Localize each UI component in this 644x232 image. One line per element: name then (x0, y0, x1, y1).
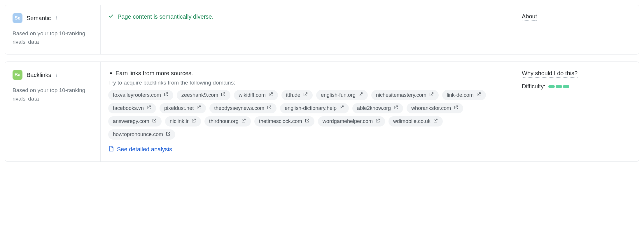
semantic-status-text: Page content is semantically diverse. (118, 13, 214, 20)
domain-chip-label: facebooks.vn (113, 105, 144, 111)
external-link-icon (241, 118, 246, 125)
domain-chip[interactable]: itth.de (281, 90, 313, 100)
difficulty-row: Difficulty: (522, 83, 630, 90)
domain-chip[interactable]: wordgamehelper.com (318, 116, 385, 126)
domain-chip-label: howtopronounce.com (113, 131, 163, 138)
difficulty-bar (563, 85, 569, 88)
domain-chip-label: link-de.com (447, 92, 474, 98)
domain-chip-label: wikidiff.com (239, 92, 266, 98)
domain-chip-label: english-dictionary.help (285, 105, 337, 111)
domain-chips: foxvalleyroofers.comzeeshank9.comwikidif… (108, 90, 505, 140)
domain-chip[interactable]: english-fun.org (316, 90, 368, 100)
domain-chip[interactable]: link-de.com (442, 90, 486, 100)
backlinks-title: Backlinks (27, 72, 51, 78)
semantic-badge: Se (13, 13, 22, 23)
external-link-icon (393, 105, 398, 112)
domain-chip[interactable]: wdimobile.co.uk (388, 116, 443, 126)
domain-chip[interactable]: wikidiff.com (234, 90, 278, 100)
domain-chip[interactable]: english-dictionary.help (280, 103, 349, 113)
difficulty-bar (556, 85, 562, 88)
external-link-icon (152, 118, 157, 125)
domain-chip-label: foxvalleyroofers.com (113, 92, 161, 98)
backlinks-card: Ba Backlinks i Based on your top 10-rank… (5, 61, 639, 162)
backlinks-bullet-row: Earn links from more sources. (108, 70, 505, 77)
domain-chip[interactable]: whoranksfor.com (407, 103, 463, 113)
semantic-card: Se Semantic i Based on your top 10-ranki… (5, 5, 639, 55)
backlinks-header: Ba Backlinks i (13, 70, 93, 80)
semantic-subtext: Based on your top 10-ranking rivals' dat… (13, 29, 93, 46)
external-link-icon (163, 92, 169, 99)
domain-chip-label: zeeshank9.com (181, 92, 218, 98)
about-link[interactable]: About (522, 13, 537, 21)
domain-chip[interactable]: zeeshank9.com (177, 90, 230, 100)
external-link-icon (196, 105, 201, 112)
semantic-right-col: About (513, 5, 639, 54)
domain-chip-label: wdimobile.co.uk (393, 118, 430, 124)
detailed-analysis-link[interactable]: See detailed analysis (108, 145, 505, 153)
external-link-icon (220, 92, 226, 99)
domain-chip[interactable]: able2know.org (352, 103, 403, 113)
external-link-icon (375, 118, 380, 125)
external-link-icon (304, 118, 310, 125)
domain-chip[interactable]: answeregy.com (108, 116, 162, 126)
semantic-status-row: Page content is semantically diverse. (108, 13, 505, 20)
backlinks-try-text: Try to acquire backlinks from the follow… (108, 80, 505, 86)
document-icon (108, 145, 114, 153)
domain-chip[interactable]: theodysseynews.com (209, 103, 276, 113)
semantic-left-col: Se Semantic i Based on your top 10-ranki… (5, 5, 101, 54)
domain-chip-label: itth.de (286, 92, 300, 98)
external-link-icon (303, 92, 308, 99)
domain-chip[interactable]: nichesitemastery.com (371, 90, 439, 100)
info-icon[interactable]: i (55, 15, 57, 21)
domain-chip-label: theodysseynews.com (214, 105, 264, 111)
external-link-icon (267, 105, 272, 112)
semantic-mid-col: Page content is semantically diverse. (101, 5, 513, 54)
difficulty-bar (548, 85, 555, 88)
external-link-icon (429, 92, 434, 99)
external-link-icon (433, 118, 438, 125)
external-link-icon (453, 105, 459, 112)
bullet-icon (110, 72, 112, 74)
domain-chip[interactable]: niclink.ir (165, 116, 201, 126)
domain-chip-label: english-fun.org (321, 92, 356, 98)
domain-chip[interactable]: facebooks.vn (108, 103, 156, 113)
external-link-icon (165, 131, 171, 138)
backlinks-badge: Ba (13, 70, 22, 80)
why-link[interactable]: Why should I do this? (522, 70, 578, 78)
difficulty-meter (548, 85, 569, 88)
semantic-title: Semantic (27, 15, 51, 22)
backlinks-bullet-text: Earn links from more sources. (116, 70, 193, 77)
check-icon (108, 13, 114, 20)
external-link-icon (339, 105, 344, 112)
backlinks-mid-col: Earn links from more sources. Try to acq… (101, 62, 513, 161)
detailed-analysis-label: See detailed analysis (117, 146, 172, 153)
backlinks-subtext: Based on your top 10-ranking rivals' dat… (13, 86, 93, 103)
domain-chip[interactable]: howtopronounce.com (108, 129, 175, 140)
domain-chip-label: niclink.ir (170, 118, 189, 124)
external-link-icon (358, 92, 363, 99)
domain-chip-label: wordgamehelper.com (323, 118, 373, 124)
external-link-icon (268, 92, 273, 99)
domain-chip-label: whoranksfor.com (411, 105, 451, 111)
domain-chip-label: thetimesclock.com (259, 118, 302, 124)
domain-chip[interactable]: thirdhour.org (204, 116, 251, 126)
semantic-header: Se Semantic i (13, 13, 93, 23)
domain-chip-label: nichesitemastery.com (376, 92, 426, 98)
external-link-icon (476, 92, 481, 99)
difficulty-label: Difficulty: (522, 83, 545, 90)
domain-chip[interactable]: foxvalleyroofers.com (108, 90, 173, 100)
external-link-icon (146, 105, 151, 112)
info-icon[interactable]: i (56, 72, 57, 78)
domain-chip-label: answeregy.com (113, 118, 149, 124)
domain-chip-label: able2know.org (357, 105, 391, 111)
domain-chip-label: pixeldust.net (164, 105, 194, 111)
backlinks-left-col: Ba Backlinks i Based on your top 10-rank… (5, 62, 101, 161)
domain-chip[interactable]: pixeldust.net (160, 103, 206, 113)
external-link-icon (191, 118, 196, 125)
backlinks-right-col: Why should I do this? Difficulty: (513, 62, 639, 161)
domain-chip-label: thirdhour.org (209, 118, 239, 124)
domain-chip[interactable]: thetimesclock.com (254, 116, 314, 126)
